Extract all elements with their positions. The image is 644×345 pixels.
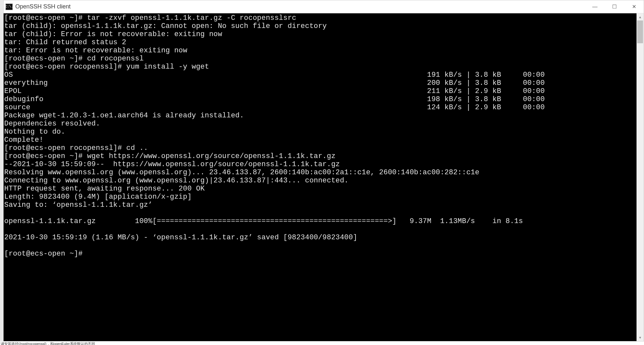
background-editor-fragment: 译安装路径(/root/rocopenssl)，和openEuler系统默认的不… [0,341,644,345]
scroll-down-button[interactable]: ▾ [637,334,644,341]
close-button[interactable]: ✕ [624,0,644,13]
terminal-container: [root@ecs-open ~]# tar -zxvf openssl-1.1… [4,13,644,341]
minimize-button[interactable]: — [585,0,605,13]
ssh-client-window: C:\. OpenSSH SSH client — ☐ ✕ [root@ecs-… [3,0,644,341]
scroll-up-button[interactable]: ▴ [637,13,644,20]
window-titlebar[interactable]: C:\. OpenSSH SSH client — ☐ ✕ [4,0,644,13]
window-controls: — ☐ ✕ [585,0,644,13]
vertical-scrollbar[interactable]: ▴ ▾ [637,13,644,341]
scroll-thumb[interactable] [637,20,643,43]
editor-left-gutter [0,0,3,345]
window-title: OpenSSH SSH client [15,3,585,10]
terminal-output[interactable]: [root@ecs-open ~]# tar -zxvf openssl-1.1… [4,13,637,341]
maximize-button[interactable]: ☐ [605,0,624,13]
app-icon: C:\. [6,4,13,10]
